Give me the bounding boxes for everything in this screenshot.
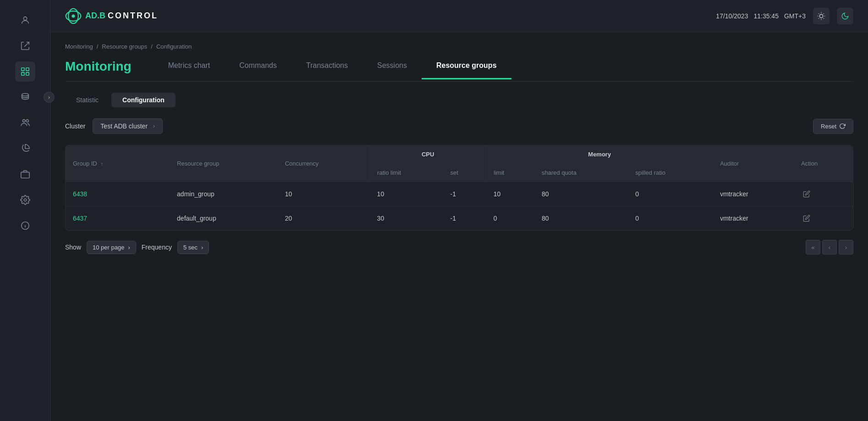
- chevron-right-icon: ›: [201, 244, 203, 251]
- col-header-group-id[interactable]: Group ID ↑: [66, 145, 170, 182]
- header-right: 17/10/2023 11:35:45 GMT+3: [716, 8, 853, 24]
- pagination-row: Show 10 per page › Frequency 5 sec › « ‹…: [65, 240, 853, 255]
- breadcrumb: Monitoring / Resource groups / Configura…: [65, 43, 853, 50]
- sidebar-item-database[interactable]: [15, 87, 35, 107]
- sub-tabs: Statistic Configuration: [65, 93, 853, 107]
- tab-commands[interactable]: Commands: [225, 61, 291, 79]
- reset-icon: [839, 123, 846, 129]
- theme-sun-button[interactable]: [813, 8, 830, 24]
- row-2-auditor: vmtracker: [713, 206, 794, 231]
- row-2-mem-shared-quota: 80: [534, 206, 628, 231]
- table-row: 6438 admin_group 10 10 -1 10 80 0 vmtrac…: [66, 182, 853, 206]
- breadcrumb-monitoring[interactable]: Monitoring: [65, 43, 93, 50]
- svg-rect-4: [26, 72, 28, 75]
- row-1-mem-shared-quota: 80: [534, 182, 628, 206]
- col-header-mem-shared-quota: shared quota: [534, 164, 628, 182]
- svg-rect-3: [21, 72, 24, 75]
- resource-groups-table: Group ID ↑ Resource group Concurrency CP…: [65, 145, 853, 231]
- row-1-group-id[interactable]: 6438: [66, 182, 170, 206]
- table: Group ID ↑ Resource group Concurrency CP…: [66, 145, 853, 230]
- col-header-cpu-ratio-limit: ratio limit: [370, 164, 443, 182]
- cluster-row: Cluster Test ADB cluster › Reset: [65, 118, 853, 134]
- logo-text: AD.B CONTROL: [85, 11, 158, 21]
- per-page-selector[interactable]: 10 per page ›: [87, 241, 136, 254]
- sidebar-item-monitoring[interactable]: [15, 61, 35, 82]
- breadcrumb-configuration: Configuration: [156, 43, 192, 50]
- show-label: Show: [65, 244, 81, 251]
- row-1-auditor: vmtracker: [713, 182, 794, 206]
- col-header-resource-group: Resource group: [170, 145, 278, 182]
- first-page-button[interactable]: «: [806, 240, 820, 255]
- breadcrumb-sep-1: /: [97, 43, 99, 50]
- row-1-cpu-ratio-limit: 10: [370, 182, 443, 206]
- cluster-label: Cluster: [65, 122, 85, 130]
- svg-point-16: [819, 14, 823, 18]
- timezone: GMT+3: [784, 12, 806, 20]
- chevron-right-icon: ›: [153, 123, 155, 129]
- tab-sessions[interactable]: Sessions: [363, 61, 422, 79]
- svg-point-9: [24, 199, 27, 201]
- sidebar-item-export[interactable]: [15, 36, 35, 56]
- frequency-selector[interactable]: 5 sec ›: [177, 241, 209, 254]
- page-header: Monitoring Metrics chart Commands Transa…: [65, 59, 853, 82]
- prev-page-button[interactable]: ‹: [822, 240, 837, 255]
- col-header-cpu-group: CPU: [370, 145, 486, 164]
- svg-point-0: [23, 17, 27, 20]
- row-1-mem-spilled-ratio: 0: [628, 182, 713, 206]
- time: 11:35:45: [753, 12, 779, 20]
- pagination-right: « ‹ ›: [806, 240, 853, 255]
- sidebar-item-briefcase[interactable]: [15, 164, 35, 184]
- svg-point-15: [71, 14, 75, 17]
- svg-point-6: [22, 120, 25, 122]
- cluster-value: Test ADB cluster: [100, 122, 148, 130]
- sidebar-item-info[interactable]: [15, 216, 35, 236]
- row-1-action[interactable]: [794, 182, 853, 206]
- reset-button[interactable]: Reset: [813, 119, 853, 134]
- next-page-button[interactable]: ›: [839, 240, 853, 255]
- logo-control: CONTROL: [108, 11, 158, 20]
- nav-tabs: Metrics chart Commands Transactions Sess…: [154, 61, 853, 79]
- logo-icon: [65, 8, 82, 24]
- row-2-edit-button[interactable]: [801, 213, 812, 224]
- frequency-label: Frequency: [142, 244, 172, 251]
- col-header-concurrency: Concurrency: [278, 145, 370, 182]
- row-1-cpu-set: -1: [443, 182, 486, 206]
- sidebar-collapse-button[interactable]: ›: [44, 92, 55, 103]
- row-2-mem-spilled-ratio: 0: [628, 206, 713, 231]
- col-header-cpu-set: set: [443, 164, 486, 182]
- sub-tab-statistic[interactable]: Statistic: [65, 93, 110, 107]
- row-2-group-id[interactable]: 6437: [66, 206, 170, 231]
- breadcrumb-resource-groups[interactable]: Resource groups: [102, 43, 147, 50]
- row-2-cpu-set: -1: [443, 206, 486, 231]
- sidebar-item-settings[interactable]: [15, 190, 35, 210]
- row-2-action[interactable]: [794, 206, 853, 231]
- svg-rect-1: [21, 68, 24, 71]
- sidebar-item-users-group[interactable]: [15, 113, 35, 133]
- svg-point-7: [26, 120, 28, 122]
- tab-resource-groups[interactable]: Resource groups: [422, 61, 511, 79]
- app-header: AD.B CONTROL 17/10/2023 11:35:45 GMT+3: [50, 0, 868, 32]
- sidebar-item-user[interactable]: [15, 10, 35, 30]
- svg-line-24: [824, 13, 824, 14]
- col-header-action: Action: [794, 145, 853, 182]
- sub-tab-configuration[interactable]: Configuration: [111, 93, 176, 107]
- svg-line-20: [824, 18, 824, 18]
- theme-moon-button[interactable]: [837, 8, 853, 24]
- cluster-left: Cluster Test ADB cluster ›: [65, 118, 163, 134]
- cluster-selector[interactable]: Test ADB cluster ›: [93, 118, 163, 134]
- date: 17/10/2023: [716, 12, 748, 20]
- main-content: AD.B CONTROL 17/10/2023 11:35:45 GMT+3: [50, 0, 868, 421]
- breadcrumb-sep-2: /: [151, 43, 153, 50]
- row-1-resource-group: admin_group: [170, 182, 278, 206]
- svg-line-19: [819, 13, 819, 14]
- svg-line-23: [819, 18, 819, 18]
- datetime: 17/10/2023 11:35:45 GMT+3: [716, 12, 806, 20]
- tab-transactions[interactable]: Transactions: [291, 61, 363, 79]
- row-2-resource-group: default_group: [170, 206, 278, 231]
- tab-metrics-chart[interactable]: Metrics chart: [154, 61, 225, 79]
- logo-b: B: [99, 11, 105, 20]
- per-page-value: 10 per page: [93, 244, 124, 251]
- row-1-edit-button[interactable]: [801, 188, 812, 199]
- row-2-cpu-ratio-limit: 30: [370, 206, 443, 231]
- sidebar-item-chart[interactable]: [15, 138, 35, 159]
